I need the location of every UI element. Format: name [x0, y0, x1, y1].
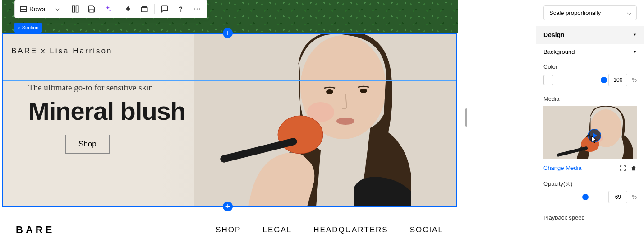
divider: [154, 4, 155, 14]
design-header-label: Design: [543, 31, 565, 38]
opacity-label: Opacity(%): [536, 177, 644, 189]
canvas-scrollbar[interactable]: [465, 108, 467, 127]
opacity-input[interactable]: 69: [608, 191, 627, 203]
shop-button[interactable]: Shop: [65, 135, 110, 154]
color-opacity-input[interactable]: 100: [608, 74, 627, 86]
sparkle-icon[interactable]: [100, 1, 116, 17]
help-icon[interactable]: [173, 1, 189, 17]
rows-icon: [20, 6, 27, 12]
color-opacity-slider[interactable]: [558, 80, 604, 80]
svg-point-3: [181, 11, 181, 11]
svg-point-5: [197, 9, 198, 10]
percent-unit: %: [632, 194, 637, 200]
color-label: Color: [536, 60, 644, 72]
footer-nav-shop[interactable]: SHOP: [216, 226, 241, 235]
opacity-slider[interactable]: [543, 197, 604, 197]
footer-nav-legal[interactable]: LEGAL: [262, 226, 292, 235]
scale-mode-value: Scale proportionally: [549, 9, 601, 16]
layout-icon[interactable]: [67, 1, 83, 17]
background-row[interactable]: Background ▼: [536, 44, 644, 60]
svg-point-9: [326, 89, 333, 94]
footer-section[interactable]: BARE SHOP LEGAL HEADQUARTERS SOCIAL: [2, 212, 457, 235]
footer-logo[interactable]: BARE: [16, 224, 55, 235]
rows-label: Rows: [29, 5, 45, 13]
rows-dropdown[interactable]: Rows: [17, 4, 63, 14]
media-label: Media: [536, 92, 644, 104]
scale-mode-select[interactable]: Scale proportionally: [543, 5, 637, 20]
svg-point-11: [336, 118, 354, 125]
slider-thumb[interactable]: [601, 77, 607, 83]
color-fill-icon[interactable]: [120, 1, 136, 17]
section-breadcrumb[interactable]: Section: [14, 23, 42, 33]
save-icon[interactable]: [83, 1, 100, 17]
svg-rect-1: [76, 6, 78, 12]
svg-point-10: [360, 89, 367, 93]
hero-section[interactable]: BARE x Lisa Harrison The ultimate go-to …: [2, 33, 457, 207]
divider: [65, 4, 65, 14]
model-photo: [194, 34, 456, 206]
brand-collab-text[interactable]: BARE x Lisa Harrison: [11, 47, 112, 56]
change-media-link[interactable]: Change Media: [543, 164, 582, 171]
context-toolbar: Rows: [14, 0, 207, 18]
percent-unit: %: [632, 77, 637, 83]
footer-nav-hq[interactable]: HEADQUARTERS: [313, 226, 388, 235]
divider: [118, 4, 118, 14]
cursor-icon: [590, 136, 598, 145]
footer-nav-social[interactable]: SOCIAL: [410, 226, 443, 235]
add-section-bottom[interactable]: +: [223, 202, 233, 212]
comment-icon[interactable]: [156, 1, 173, 17]
section-label: Section: [22, 25, 39, 30]
svg-point-4: [194, 9, 195, 10]
svg-rect-0: [72, 6, 74, 12]
background-label: Background: [543, 48, 575, 55]
slider-thumb[interactable]: [582, 194, 589, 200]
hero-subtitle[interactable]: The ultimate go-to for sensitive skin: [28, 83, 185, 93]
media-thumbnail[interactable]: [543, 106, 637, 159]
hero-title[interactable]: Mineral blush: [28, 96, 185, 126]
design-panel: Scale proportionally Design Background ▼…: [536, 0, 644, 235]
playback-speed-label: Playback speed: [536, 209, 644, 223]
svg-rect-2: [141, 8, 147, 12]
add-section-top[interactable]: +: [223, 28, 233, 38]
focal-point-icon[interactable]: [620, 165, 626, 171]
svg-point-6: [199, 9, 200, 10]
design-section-header[interactable]: Design: [536, 26, 644, 44]
more-icon[interactable]: [189, 1, 205, 17]
color-swatch[interactable]: [543, 75, 553, 85]
trash-icon[interactable]: [630, 165, 637, 171]
aspect-icon[interactable]: [136, 1, 152, 17]
alignment-guide: [3, 80, 456, 81]
